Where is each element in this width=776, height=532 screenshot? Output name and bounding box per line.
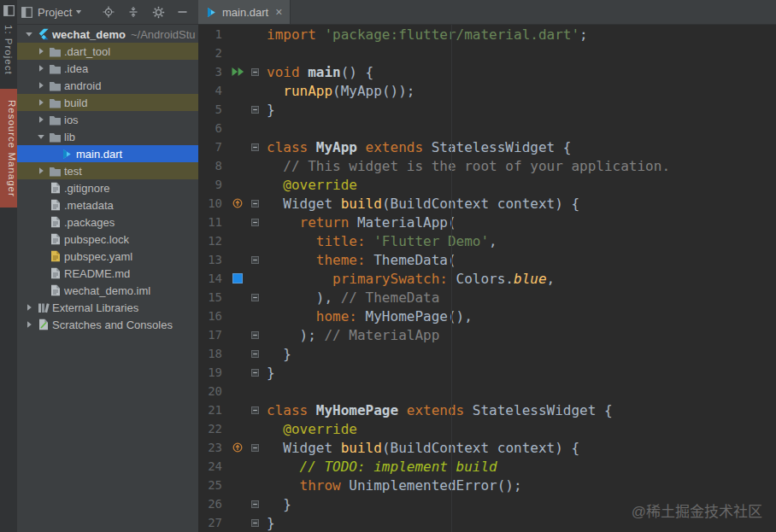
line-number[interactable]: 9: [198, 178, 222, 191]
chevron-right-icon[interactable]: [34, 98, 47, 107]
fold-marker-icon[interactable]: [248, 200, 262, 208]
tab-main-dart[interactable]: main.dart ×: [198, 0, 291, 24]
tree-item-ios[interactable]: ios: [17, 111, 198, 128]
tree-item-pubspec-yaml[interactable]: pubspec.yaml: [17, 248, 198, 265]
fold-marker-icon[interactable]: [248, 256, 262, 264]
colorswatch-gutter-icon[interactable]: [227, 273, 248, 284]
code-line-15[interactable]: 15 ), // ThemeData: [198, 288, 776, 307]
line-number[interactable]: 21: [198, 403, 222, 417]
tree-item-dart-tool[interactable]: .dart_tool: [17, 43, 198, 60]
line-number[interactable]: 16: [198, 309, 222, 323]
tree-item-idea[interactable]: .idea: [17, 60, 198, 77]
line-number[interactable]: 20: [198, 384, 222, 398]
tree-item-gitignore[interactable]: .gitignore: [17, 179, 198, 196]
line-number[interactable]: 13: [198, 253, 222, 266]
chevron-right-icon[interactable]: [34, 81, 47, 90]
tree-item-build[interactable]: build: [17, 94, 198, 111]
override-gutter-icon[interactable]: [227, 198, 248, 208]
line-number[interactable]: 15: [198, 290, 222, 304]
code-line-25[interactable]: 25 throw UnimplementedError();: [198, 476, 776, 494]
code-line-19[interactable]: 19}: [198, 363, 776, 382]
line-number[interactable]: 3: [198, 65, 222, 79]
run-gutter-icon[interactable]: [227, 67, 248, 77]
caret-down-icon[interactable]: [75, 9, 82, 15]
line-number[interactable]: 24: [198, 459, 222, 473]
hide-panel-icon[interactable]: [178, 10, 187, 14]
tree-item-packages[interactable]: .packages: [17, 213, 198, 231]
code-line-11[interactable]: 11 return MaterialApp(: [198, 213, 776, 231]
fold-marker-icon[interactable]: [248, 444, 262, 452]
fold-marker-icon[interactable]: [248, 68, 262, 76]
line-number[interactable]: 10: [198, 196, 222, 210]
code-line-21[interactable]: 21class MyHomePage extends StatelessWidg…: [198, 400, 776, 419]
tree-item-metadata[interactable]: .metadata: [17, 196, 198, 213]
code-line-4[interactable]: 4 runApp(MyApp());: [198, 81, 776, 100]
code-area[interactable]: 1import 'package:flutter/material.dart';…: [198, 25, 776, 532]
code-line-16[interactable]: 16 home: MyHomePage(),: [198, 307, 776, 325]
tree-item-android[interactable]: android: [17, 77, 198, 94]
line-number[interactable]: 8: [198, 159, 222, 172]
chevron-right-icon[interactable]: [34, 47, 47, 56]
tree-item-wechat-demo[interactable]: wechat_demo~/AndroidStu: [17, 26, 198, 43]
close-tab-icon[interactable]: ×: [275, 6, 282, 18]
chevron-right-icon[interactable]: [34, 64, 47, 73]
editor[interactable]: 1import 'package:flutter/material.dart';…: [198, 25, 776, 532]
code-line-10[interactable]: 10 Widget build(BuildContext context) {: [198, 194, 776, 213]
fold-marker-icon[interactable]: [248, 331, 262, 339]
fold-marker-icon[interactable]: [248, 294, 262, 301]
line-number[interactable]: 4: [198, 84, 222, 97]
code-line-3[interactable]: 3void main() {: [198, 62, 776, 81]
code-line-12[interactable]: 12 title: 'Flutter Demo',: [198, 231, 776, 250]
override-gutter-icon[interactable]: [227, 442, 248, 453]
chevron-right-icon[interactable]: [22, 303, 35, 312]
code-line-7[interactable]: 7class MyApp extends StatelessWidget {: [198, 137, 776, 156]
locate-file-icon[interactable]: [103, 6, 115, 18]
fold-marker-icon[interactable]: [248, 350, 262, 358]
line-number[interactable]: 14: [198, 272, 222, 285]
tree-item-main-dart[interactable]: main.dart: [17, 145, 198, 162]
chevron-right-icon[interactable]: [34, 167, 47, 175]
line-number[interactable]: 19: [198, 365, 222, 379]
chevron-right-icon[interactable]: [34, 115, 47, 124]
line-number[interactable]: 18: [198, 347, 222, 360]
chevron-down-icon[interactable]: [22, 30, 35, 38]
line-number[interactable]: 26: [198, 497, 222, 511]
code-line-24[interactable]: 24 // TODO: implement build: [198, 457, 776, 476]
tool-window-tab-resource-manager[interactable]: Resource Manager: [0, 89, 17, 208]
line-number[interactable]: 11: [198, 215, 222, 229]
line-number[interactable]: 12: [198, 234, 222, 248]
code-line-1[interactable]: 1import 'package:flutter/material.dart';: [198, 25, 776, 44]
code-line-23[interactable]: 23 Widget build(BuildContext context) {: [198, 438, 776, 457]
fold-marker-icon[interactable]: [248, 106, 262, 114]
line-number[interactable]: 25: [198, 478, 222, 492]
chevron-right-icon[interactable]: [22, 320, 35, 329]
line-number[interactable]: 23: [198, 441, 222, 454]
tree-item-scratches-and-consoles[interactable]: Scratches and Consoles: [17, 316, 198, 333]
fold-marker-icon[interactable]: [248, 406, 262, 414]
tree-item-lib[interactable]: lib: [17, 128, 198, 145]
project-view-selector[interactable]: Project: [38, 6, 72, 19]
tree-item-external-libraries[interactable]: External Libraries: [17, 299, 198, 316]
fold-marker-icon[interactable]: [248, 369, 262, 377]
collapse-all-icon[interactable]: [127, 6, 139, 18]
code-line-13[interactable]: 13 theme: ThemeData(: [198, 250, 776, 269]
code-line-17[interactable]: 17 ); // MaterialApp: [198, 325, 776, 344]
settings-gear-icon[interactable]: [152, 6, 165, 19]
fold-marker-icon[interactable]: [248, 219, 262, 226]
line-number[interactable]: 7: [198, 140, 222, 154]
line-number[interactable]: 2: [198, 46, 222, 60]
tree-item-wechat-demo-iml[interactable]: wechat_demo.iml: [17, 282, 198, 299]
code-line-5[interactable]: 5}: [198, 100, 776, 119]
code-line-22[interactable]: 22 @override: [198, 419, 776, 438]
line-number[interactable]: 6: [198, 121, 222, 135]
code-line-9[interactable]: 9 @override: [198, 175, 776, 194]
fold-marker-icon[interactable]: [248, 500, 262, 508]
fold-marker-icon[interactable]: [248, 519, 262, 527]
line-number[interactable]: 5: [198, 102, 222, 116]
line-number[interactable]: 1: [198, 27, 222, 41]
code-line-14[interactable]: 14 primarySwatch: Colors.blue,: [198, 269, 776, 288]
tool-window-tab-project[interactable]: 1: Project: [3, 20, 14, 80]
chevron-down-icon[interactable]: [34, 132, 47, 141]
code-line-2[interactable]: 2: [198, 44, 776, 62]
code-line-8[interactable]: 8 // This widget is the root of your app…: [198, 156, 776, 175]
